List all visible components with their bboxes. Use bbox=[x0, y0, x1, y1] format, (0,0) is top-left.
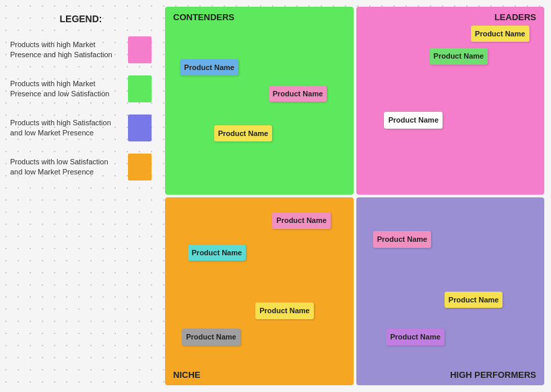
legend-swatch-purple bbox=[128, 115, 152, 141]
quadrant-niche: NICHE Product Name Product Name Product … bbox=[165, 197, 354, 385]
product-card-n3[interactable]: Product Name bbox=[255, 302, 314, 319]
product-card-h1[interactable]: Product Name bbox=[373, 231, 432, 247]
quadrant-leaders: LEADERS Product Name Product Name Produc… bbox=[356, 7, 545, 195]
product-card-c1[interactable]: Product Name bbox=[180, 59, 238, 75]
contenders-label: CONTENDERS bbox=[173, 12, 234, 22]
legend-swatch-orange bbox=[128, 154, 152, 181]
legend-text-2: Products with high Market Presence and l… bbox=[10, 79, 120, 100]
product-card-n1[interactable]: Product Name bbox=[272, 212, 331, 228]
quadrant-high-performers: HIGH PERFORMERS Product Name Product Nam… bbox=[356, 197, 545, 385]
product-card-h3[interactable]: Product Name bbox=[386, 329, 445, 345]
legend-item-2: Products with high Market Presence and l… bbox=[10, 75, 152, 102]
product-card-n4[interactable]: Product Name bbox=[182, 329, 240, 345]
main-grid: CONTENDERS Product Name Product Name Pro… bbox=[162, 0, 551, 392]
product-card-c2[interactable]: Product Name bbox=[269, 86, 327, 102]
legend-text-3: Products with high Satisfaction and low … bbox=[10, 118, 120, 139]
product-card-n2[interactable]: Product Name bbox=[188, 244, 247, 261]
product-card-l1[interactable]: Product Name bbox=[471, 26, 529, 42]
product-card-l3[interactable]: Product Name bbox=[384, 112, 443, 128]
niche-label: NICHE bbox=[173, 370, 200, 380]
legend-item-3: Products with high Satisfaction and low … bbox=[10, 115, 152, 141]
quadrant-contenders: CONTENDERS Product Name Product Name Pro… bbox=[165, 7, 354, 195]
legend-item-1: Products with high Market Presence and h… bbox=[10, 36, 152, 63]
leaders-label: LEADERS bbox=[494, 12, 536, 22]
legend-swatch-pink bbox=[128, 36, 152, 63]
product-card-h2[interactable]: Product Name bbox=[445, 292, 503, 308]
product-card-l2[interactable]: Product Name bbox=[430, 48, 488, 64]
legend-swatch-green bbox=[128, 75, 152, 102]
legend-title: LEGEND: bbox=[10, 13, 152, 24]
high-performers-label: HIGH PERFORMERS bbox=[450, 370, 536, 380]
legend-text-1: Products with high Market Presence and h… bbox=[10, 40, 120, 61]
legend-item-4: Products with low Satisfaction and low M… bbox=[10, 154, 152, 181]
legend-panel: LEGEND: Products with high Market Presen… bbox=[0, 0, 162, 392]
legend-text-4: Products with low Satisfaction and low M… bbox=[10, 157, 120, 178]
product-card-c3[interactable]: Product Name bbox=[214, 125, 273, 141]
